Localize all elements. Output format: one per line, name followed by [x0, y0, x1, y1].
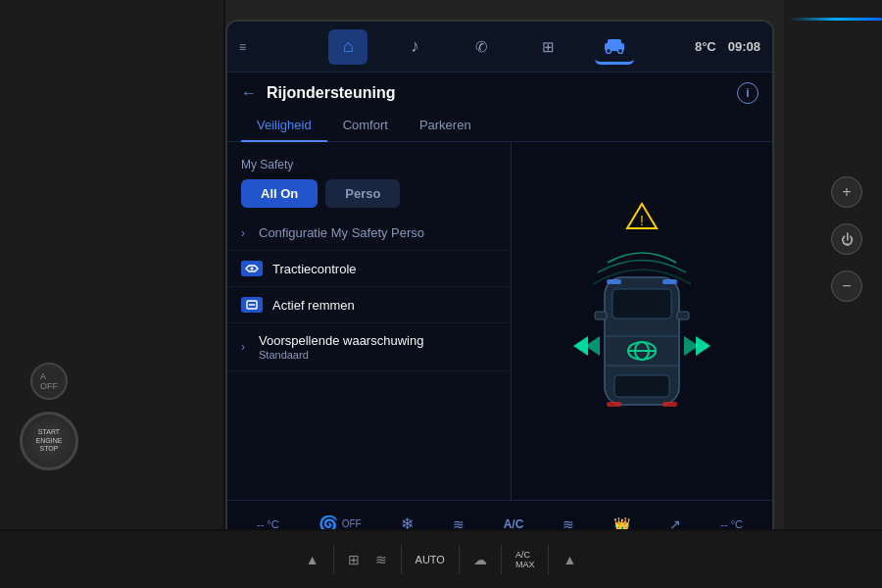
screen-content: ← Rijondersteuning i Veiligheid Comfort … — [227, 73, 772, 547]
left-controls: AOFF START ENGINE STOP — [20, 363, 78, 470]
tab-comfort[interactable]: Comfort — [327, 110, 404, 142]
chevron-right-icon-2: › — [241, 340, 245, 354]
svg-point-2 — [607, 49, 612, 54]
fan-label: OFF — [342, 518, 362, 529]
divider-3 — [459, 545, 460, 574]
remmen-icon — [241, 297, 263, 313]
svg-rect-15 — [677, 312, 689, 319]
airflow-icon: ☁ — [473, 552, 487, 567]
svg-point-4 — [251, 268, 254, 270]
divider-4 — [501, 545, 502, 574]
a-off-button[interactable]: AOFF — [30, 363, 68, 400]
svg-rect-22 — [662, 402, 677, 407]
car-top-view-svg: ! — [544, 174, 740, 468]
auto-climate-button[interactable]: AUTO — [410, 550, 451, 569]
chevron-right-icon: › — [241, 226, 245, 240]
top-bar-right: 8°C 09:08 — [695, 39, 760, 54]
menu-item-text: Voorspellende waarschuwing Standaard — [259, 333, 497, 361]
temp-right-status: -- °C — [720, 518, 743, 530]
temp-left-status: -- °C — [257, 518, 279, 530]
back-button[interactable]: ← — [241, 84, 257, 102]
svg-rect-1 — [608, 39, 621, 45]
voorspellende-label: Voorspellende waarschuwing — [259, 333, 497, 348]
tractie-icon — [241, 261, 263, 276]
tab-veiligheid[interactable]: Veiligheid — [241, 110, 327, 142]
svg-rect-14 — [595, 312, 607, 319]
section-title: My Safety — [227, 152, 511, 175]
music-icon: ♪ — [411, 36, 419, 57]
volume-down-button[interactable]: − — [831, 270, 862, 302]
minus-icon: − — [842, 277, 851, 295]
dashboard: AOFF START ENGINE STOP + ⏻ − ≡ — [0, 0, 882, 588]
hazard-right-button[interactable]: ▲ — [557, 548, 582, 571]
rear-defrost-button[interactable]: ≋ — [369, 548, 393, 571]
menu-indicator: ≡ — [239, 40, 246, 54]
menu-item-text: Actief remmen — [272, 298, 497, 313]
nav-car-button[interactable] — [595, 29, 634, 65]
svg-rect-10 — [612, 289, 671, 318]
main-split: My Safety All On Perso › Configuratie My… — [227, 142, 772, 500]
voorspellende-menu-item[interactable]: › Voorspellende waarschuwing Standaard — [227, 323, 511, 371]
menu-item-text: Configuratie My Safety Perso — [259, 225, 497, 240]
left-settings-panel: My Safety All On Perso › Configuratie My… — [227, 142, 512, 500]
tab-bar: Veiligheid Comfort Parkeren — [227, 110, 772, 142]
rear-defrost-icon: ≋ — [375, 552, 387, 567]
nav-apps-button[interactable]: ⊞ — [528, 29, 567, 65]
temp-time-display: 8°C 09:08 — [695, 39, 760, 54]
svg-rect-20 — [662, 279, 677, 284]
main-screen: ≡ ⌂ ♪ ✆ ⊞ — [225, 20, 774, 549]
hazard-icon: ▲ — [306, 552, 319, 567]
nav-music-button[interactable]: ♪ — [395, 29, 434, 65]
engine-start-stop-button[interactable]: START ENGINE STOP — [20, 412, 78, 470]
safety-mode-row: All On Perso — [227, 175, 511, 216]
page-title: Rijondersteuning — [267, 84, 396, 102]
voorspellende-sub: Standaard — [259, 349, 497, 361]
ac-max-label: A/CMAX — [515, 550, 535, 569]
apps-icon: ⊞ — [542, 38, 555, 56]
header-left: ← Rijondersteuning — [241, 84, 396, 102]
power-button[interactable]: ⏻ — [831, 223, 862, 255]
info-button[interactable]: i — [737, 82, 759, 104]
left-panel: AOFF START ENGINE STOP — [0, 0, 225, 588]
svg-text:!: ! — [640, 213, 644, 228]
divider-2 — [401, 545, 402, 574]
car-viz: ! — [544, 174, 740, 468]
top-bar-left: ≡ — [239, 40, 269, 54]
auto-label: AUTO — [416, 554, 445, 565]
bottom-physical-controls: ▲ ⊞ ≋ AUTO ☁ A/CMAX ▲ — [0, 529, 882, 588]
ambient-light — [789, 18, 882, 21]
configuratie-menu-item[interactable]: › Configuratie My Safety Perso — [227, 216, 511, 251]
ac-max-button[interactable]: A/CMAX — [510, 546, 541, 573]
actief-remmen-menu-item[interactable]: Actief remmen — [227, 287, 511, 323]
configuratie-label: Configuratie My Safety Perso — [259, 225, 497, 240]
zones-icon: ⊞ — [348, 552, 360, 567]
svg-rect-19 — [607, 279, 621, 284]
tractiecontrole-menu-item[interactable]: Tractiecontrole — [227, 251, 511, 287]
right-panel: + ⏻ − — [784, 0, 882, 588]
temp-right-label: -- °C — [720, 518, 743, 530]
engine-button-label: START ENGINE STOP — [36, 428, 63, 453]
tab-parkeren[interactable]: Parkeren — [404, 110, 487, 142]
airflow-button[interactable]: ☁ — [467, 548, 493, 571]
all-on-button[interactable]: All On — [241, 179, 318, 208]
svg-rect-21 — [607, 402, 621, 407]
car-nav-icon — [603, 36, 626, 54]
actief-remmen-label: Actief remmen — [272, 298, 497, 313]
svg-rect-11 — [614, 375, 669, 397]
climate-zones-button[interactable]: ⊞ — [342, 548, 366, 571]
home-icon: ⌂ — [343, 36, 354, 57]
top-nav-bar: ≡ ⌂ ♪ ✆ ⊞ — [227, 22, 772, 73]
nav-phone-button[interactable]: ✆ — [462, 29, 501, 65]
nav-home-button[interactable]: ⌂ — [328, 29, 368, 65]
tractiecontrole-label: Tractiecontrole — [272, 262, 497, 276]
temp-left-label: -- °C — [257, 518, 279, 530]
perso-button[interactable]: Perso — [325, 179, 400, 208]
volume-up-button[interactable]: + — [831, 176, 862, 208]
hazard-button[interactable]: ▲ — [300, 548, 325, 571]
divider-5 — [548, 545, 549, 574]
phone-icon: ✆ — [475, 38, 488, 56]
temperature-display: 8°C — [695, 39, 716, 54]
car-visualization-panel: ! — [512, 142, 772, 500]
divider — [333, 545, 334, 574]
nav-icons: ⌂ ♪ ✆ ⊞ — [269, 29, 695, 65]
